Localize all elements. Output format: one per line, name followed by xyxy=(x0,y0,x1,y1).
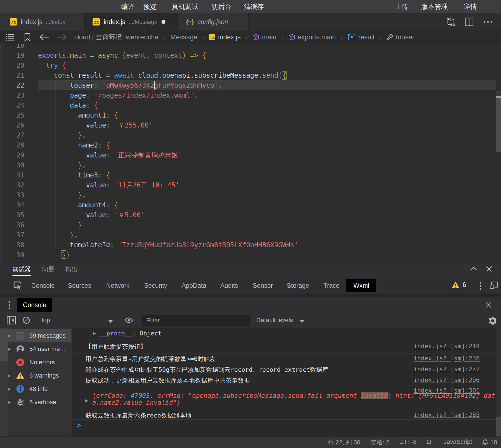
menu-item-right-1[interactable]: 上传 xyxy=(395,0,408,13)
console-filter-48-info[interactable]: ▶48 info xyxy=(0,382,71,396)
code-line-19[interactable]: exports.main = async (event, context) =>… xyxy=(38,50,206,60)
expand-triangle-icon[interactable]: ▶ xyxy=(8,373,16,378)
console-filter-input[interactable] xyxy=(142,315,250,326)
console-log-text[interactable]: 郑亦成在茶仓中成功提取了50g茶品已添加新数据到云record、record_e… xyxy=(85,366,328,374)
menu-item-1[interactable]: 编译 xyxy=(121,0,134,13)
code-line-28[interactable]: name2: { xyxy=(38,140,110,150)
sync-icon[interactable] xyxy=(447,17,455,26)
code-line-36[interactable]: } xyxy=(38,220,82,230)
source-link[interactable]: index.js? [sm]:296 xyxy=(414,376,480,383)
breadcrumb-item[interactable]: index.js xyxy=(218,33,241,41)
console-log-text[interactable]: 用户总剩余茶量-用户提交的提茶数量>=0时触发 xyxy=(85,355,216,363)
expand-triangle-icon[interactable]: ▶ xyxy=(8,386,16,391)
menu-item-3[interactable]: 真机调试 xyxy=(172,0,198,13)
log-levels-selector[interactable]: Default levels xyxy=(256,313,293,328)
console-log-text[interactable]: 获取云数据库最新六条reco数据到本地 xyxy=(85,411,191,420)
devtools-tab-Trace[interactable]: Trace xyxy=(323,277,339,294)
code-line-27[interactable]: }, xyxy=(38,130,86,140)
tab-config.json[interactable]: {··}config.json xyxy=(178,13,249,30)
devtools-tab-Wxml[interactable]: Wxml xyxy=(346,279,376,292)
live-expression-eye-icon[interactable] xyxy=(125,317,133,323)
collapse-panel-icon[interactable] xyxy=(470,266,477,271)
menu-item-right-3[interactable]: 详情 xyxy=(464,0,477,13)
breadcrumb-item[interactable]: exports.main xyxy=(298,33,336,41)
status-eol[interactable]: LF xyxy=(426,438,434,447)
code-line-34[interactable]: amount4: { xyxy=(38,200,118,210)
devtools-tab-Storage[interactable]: Storage xyxy=(287,277,309,294)
close-panel-icon[interactable] xyxy=(486,266,492,272)
modified-dot-icon[interactable] xyxy=(162,20,165,24)
menu-item-5[interactable]: 清缓存 xyxy=(244,0,264,13)
menu-item-4[interactable]: 切后台 xyxy=(211,0,231,13)
code-line-30[interactable]: }, xyxy=(38,160,86,170)
code-line-32[interactable]: value: '11月26日 10: 45' xyxy=(38,180,179,190)
console-scrollbar[interactable] xyxy=(496,328,501,436)
status-indentation[interactable]: 空格: 2 xyxy=(370,438,389,447)
drawer-menu-icon[interactable] xyxy=(8,301,11,309)
breadcrumb-item[interactable]: result xyxy=(358,33,375,41)
clear-console-icon[interactable] xyxy=(23,317,30,324)
proto-entry[interactable]: __proto__: Object xyxy=(99,330,162,337)
error-message-line1[interactable]: {errCode: 47003, errMsg: "openapi.subscr… xyxy=(92,392,495,399)
split-editor-icon[interactable] xyxy=(465,18,473,26)
console-sidebar-toggle-icon[interactable] xyxy=(7,316,16,324)
devtools-tab-AppData[interactable]: AppData xyxy=(182,277,206,294)
context-selector-caret-icon[interactable] xyxy=(108,319,113,324)
code-editor[interactable]: 1819exports.main = async (event, context… xyxy=(0,44,501,262)
error-message-line2[interactable]: a.name2.value invalid"} xyxy=(92,399,181,406)
code-line-23[interactable]: page: '/pages/index/index.wxml', xyxy=(38,90,198,100)
code-line-20[interactable]: try { xyxy=(38,60,66,70)
console-drawer-tab[interactable]: Console xyxy=(17,298,52,312)
console-scrollbar-thumb[interactable] xyxy=(496,417,501,436)
panel-tab-输出[interactable]: 输出 xyxy=(65,263,78,277)
undock-panel-icon[interactable] xyxy=(490,282,498,289)
devtools-tab-Sensor[interactable]: Sensor xyxy=(253,277,273,294)
log-levels-caret-icon[interactable] xyxy=(300,319,304,324)
expand-triangle-icon[interactable]: ▶ xyxy=(8,400,16,405)
status-encoding[interactable]: UTF-8 xyxy=(399,438,416,447)
inspect-element-icon[interactable] xyxy=(13,281,23,291)
code-line-21[interactable]: const result = await cloud.openapi.subsc… xyxy=(38,70,286,80)
expand-triangle-icon[interactable]: ▶ xyxy=(85,398,88,403)
more-actions-icon[interactable] xyxy=(483,21,493,23)
code-line-22[interactable]: touser: 'oMw4wy567342gFuPYoqx2BnHvco', xyxy=(38,80,222,90)
tab-index.js.../index[interactable]: JSindex.js.../index xyxy=(0,13,85,30)
warning-count-badge[interactable]: 6 xyxy=(451,281,466,289)
code-line-31[interactable]: time3: { xyxy=(38,170,110,180)
devtools-tab-Console[interactable]: Console xyxy=(31,277,55,294)
forward-arrow-icon[interactable] xyxy=(57,34,67,40)
breadcrumb-item[interactable]: touser xyxy=(396,33,415,41)
console-filter-54-user-me-[interactable]: ▶54 user me… xyxy=(0,342,71,356)
status-cursor-position[interactable]: 行 22, 列 30 xyxy=(328,438,360,447)
breadcrumb-item[interactable]: Message xyxy=(170,33,197,41)
expand-triangle-icon[interactable]: ▶ xyxy=(8,347,16,352)
source-link[interactable]: index.js? [sm]:285 xyxy=(414,411,480,418)
notifications-bell[interactable]: 18 xyxy=(482,439,497,446)
code-line-35[interactable]: value: '￥5.00' xyxy=(38,210,145,220)
console-filter-5-verbose[interactable]: ▶5 verbose xyxy=(0,396,71,409)
tab-index.js.../Message[interactable]: JSindex.js.../Message xyxy=(85,13,178,30)
expand-triangle-icon[interactable]: ▶ xyxy=(93,331,96,336)
source-link[interactable]: index.js? [sm]:218 xyxy=(414,343,480,350)
bookmark-icon[interactable] xyxy=(24,33,30,41)
breadcrumb-item[interactable]: cloud | 当前环境: wenrencha xyxy=(74,33,159,42)
devtools-tab-Audits[interactable]: Audits xyxy=(220,277,238,294)
devtools-more-icon[interactable] xyxy=(479,282,482,290)
source-link[interactable]: index.js? [sm]:277 xyxy=(414,366,480,373)
console-filter-6-warnings[interactable]: ▶6 warnings xyxy=(0,369,71,382)
console-filter-no-errors[interactable]: No errors xyxy=(0,356,71,369)
panel-tab-问题[interactable]: 问题 xyxy=(42,263,54,277)
code-line-38[interactable]: templateId: 'TzzuRqYHudfbzUa3l9yzrGm8iRO… xyxy=(38,240,298,250)
outline-icon[interactable] xyxy=(6,34,14,41)
context-selector[interactable]: top xyxy=(42,313,50,328)
menu-item-2[interactable]: 预览 xyxy=(143,0,157,13)
console-settings-gear-icon[interactable] xyxy=(488,316,497,325)
status-language-mode[interactable]: JavaScript xyxy=(444,438,472,447)
devtools-tab-Security[interactable]: Security xyxy=(144,277,167,294)
editor-scrollbar[interactable] xyxy=(496,44,501,262)
devtools-tab-Sources[interactable]: Sources xyxy=(68,277,91,294)
code-line-33[interactable]: }, xyxy=(38,190,86,200)
console-prompt-chevron-icon[interactable]: > xyxy=(77,421,81,429)
console-log-text[interactable]: 提取成功，更新相应用户云数据库及本地数据库中的茶量数据 xyxy=(85,376,250,385)
code-line-37[interactable]: }, xyxy=(38,230,78,240)
